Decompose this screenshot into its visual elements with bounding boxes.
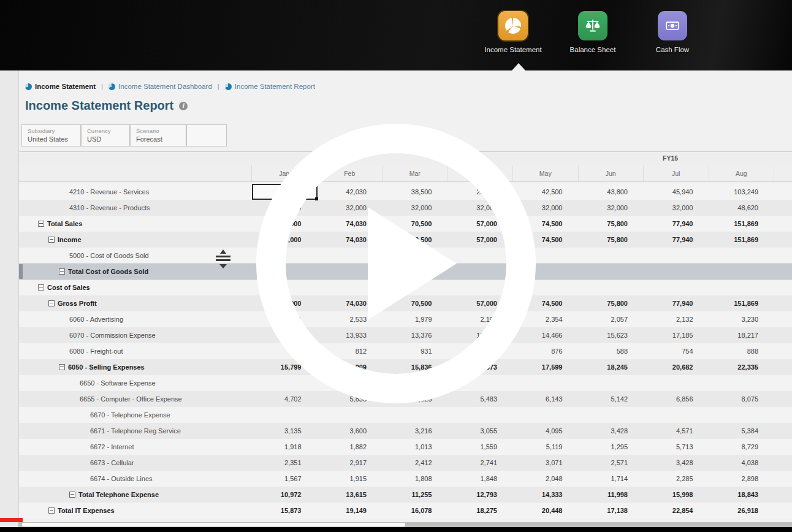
value-cell[interactable]: 2,057	[579, 311, 644, 327]
balance-sheet-app-icon[interactable]	[578, 11, 607, 40]
table-row[interactable]: Total IT Expenses15,87319,14916,07818,27…	[19, 503, 792, 519]
collapse-icon[interactable]	[69, 492, 75, 498]
value-cell[interactable]	[383, 407, 448, 423]
value-cell[interactable]: 876	[513, 343, 579, 359]
move-down-icon[interactable]	[219, 264, 227, 268]
value-cell[interactable]: 77,940	[644, 295, 709, 311]
value-cell[interactable]: 151,869	[709, 232, 775, 248]
table-row[interactable]: Total Telephone Expense10,97213,61511,25…	[19, 487, 792, 503]
move-up-icon[interactable]	[220, 249, 226, 254]
dock-app-income-statement[interactable]: Income Statement	[473, 11, 553, 53]
value-cell[interactable]	[448, 407, 514, 423]
value-cell[interactable]: 6,856	[644, 391, 709, 407]
table-row[interactable]: 6674 - Outside Lines1,5671,9151,8081,848…	[19, 471, 792, 487]
value-cell[interactable]: 77,940	[644, 216, 709, 232]
value-cell[interactable]: 5,384	[709, 423, 775, 439]
collapse-icon[interactable]	[38, 284, 44, 291]
value-cell[interactable]: 2,412	[383, 455, 448, 471]
value-cell[interactable]: 15,623	[579, 327, 644, 343]
value-cell[interactable]: 103,249	[709, 184, 775, 200]
value-cell[interactable]: 3,071	[513, 455, 579, 471]
value-cell[interactable]: 32,000	[579, 200, 644, 216]
value-cell[interactable]: 1,567	[252, 471, 318, 487]
value-cell[interactable]	[644, 279, 709, 295]
scrollbar-thumb[interactable]	[22, 523, 405, 526]
collapse-icon[interactable]	[48, 237, 55, 243]
value-cell[interactable]: 11,255	[383, 487, 448, 503]
income-statement-app-icon[interactable]	[498, 11, 528, 40]
value-cell[interactable]: 4,038	[709, 455, 775, 471]
value-cell[interactable]: 1,295	[579, 439, 644, 455]
info-icon[interactable]: i	[179, 102, 188, 110]
value-cell[interactable]: 754	[644, 343, 709, 359]
value-cell[interactable]: 42,500	[513, 184, 579, 200]
value-cell[interactable]: 8,729	[709, 439, 775, 455]
value-cell[interactable]: 20,682	[644, 359, 709, 375]
value-cell[interactable]: 75,800	[579, 295, 644, 311]
value-cell[interactable]	[252, 375, 318, 391]
value-cell[interactable]: 13,615	[318, 487, 383, 503]
video-progress-bar[interactable]	[0, 518, 23, 522]
value-cell[interactable]: 5,483	[448, 391, 514, 407]
value-cell[interactable]: 22,854	[644, 503, 709, 519]
value-cell[interactable]: 43,800	[579, 184, 644, 200]
collapse-icon[interactable]	[38, 221, 44, 227]
table-row[interactable]: 6670 - Telephone Expense	[19, 407, 792, 423]
scenario-filter[interactable]: Scenario Forecast	[130, 124, 186, 146]
value-cell[interactable]: 2,571	[579, 455, 644, 471]
value-cell[interactable]: 14,333	[513, 487, 579, 503]
value-cell[interactable]: 15,998	[644, 487, 709, 503]
value-cell[interactable]: 1,848	[448, 471, 514, 487]
value-cell[interactable]: 16,078	[383, 503, 448, 519]
value-cell[interactable]: 17,138	[579, 503, 644, 519]
table-row[interactable]: 6673 - Cellular2,3512,9172,4122,7413,071…	[19, 455, 792, 471]
value-cell[interactable]: 15,873	[252, 503, 318, 519]
value-cell[interactable]: 75,800	[579, 232, 644, 248]
value-cell[interactable]: 3,428	[644, 455, 709, 471]
value-cell[interactable]	[579, 375, 644, 391]
breadcrumb-item-report[interactable]: Income Statement Report	[225, 83, 315, 90]
value-cell[interactable]: 8,075	[709, 391, 775, 407]
value-cell[interactable]: 48,620	[709, 200, 775, 216]
value-cell[interactable]	[579, 264, 644, 279]
value-cell[interactable]: 18,275	[448, 503, 514, 519]
play-icon[interactable]	[368, 207, 457, 320]
value-cell[interactable]: 5,119	[513, 439, 579, 455]
value-cell[interactable]: 3,055	[448, 423, 514, 439]
value-cell[interactable]: 2,132	[644, 311, 709, 327]
value-cell[interactable]	[709, 279, 775, 295]
breadcrumb-item-income-statement[interactable]: Income Statement	[25, 83, 96, 90]
value-cell[interactable]: 5,713	[644, 439, 709, 455]
value-cell[interactable]	[644, 248, 709, 264]
value-cell[interactable]: 2,048	[513, 471, 579, 487]
table-row[interactable]: 6671 - Telephone Reg Service3,1353,6003,…	[19, 423, 792, 439]
collapse-icon[interactable]	[59, 268, 65, 275]
subsidiary-filter[interactable]: Subsidiary United States	[21, 124, 81, 146]
value-cell[interactable]: 3,600	[318, 423, 383, 439]
value-cell[interactable]: 20,448	[513, 503, 579, 519]
value-cell[interactable]: 3,230	[709, 311, 775, 327]
value-cell[interactable]: 17,599	[513, 359, 579, 375]
value-cell[interactable]: 888	[709, 343, 775, 359]
dock-app-cash-flow[interactable]: Cash Flow	[633, 11, 712, 53]
value-cell[interactable]: 1,559	[448, 439, 514, 455]
value-cell[interactable]	[644, 264, 709, 279]
value-cell[interactable]: 588	[579, 343, 644, 359]
horizontal-scrollbar[interactable]	[18, 522, 792, 527]
collapse-icon[interactable]	[48, 507, 55, 514]
value-cell[interactable]: 17,185	[644, 327, 709, 343]
value-cell[interactable]: 1,808	[383, 471, 448, 487]
value-cell[interactable]	[513, 375, 579, 391]
value-cell[interactable]: 75,800	[579, 216, 644, 232]
dock-app-balance-sheet[interactable]: Balance Sheet	[553, 11, 633, 53]
value-cell[interactable]	[513, 407, 579, 423]
currency-filter[interactable]: Currency USD	[81, 124, 130, 146]
value-cell[interactable]: 2,898	[709, 471, 775, 487]
value-cell[interactable]: 3,135	[252, 423, 318, 439]
value-cell[interactable]: 3,428	[579, 423, 644, 439]
value-cell[interactable]	[579, 407, 644, 423]
value-cell[interactable]: 12,793	[448, 487, 514, 503]
value-cell[interactable]	[579, 279, 644, 295]
value-cell[interactable]: 45,940	[644, 184, 709, 200]
value-cell[interactable]	[709, 264, 775, 279]
